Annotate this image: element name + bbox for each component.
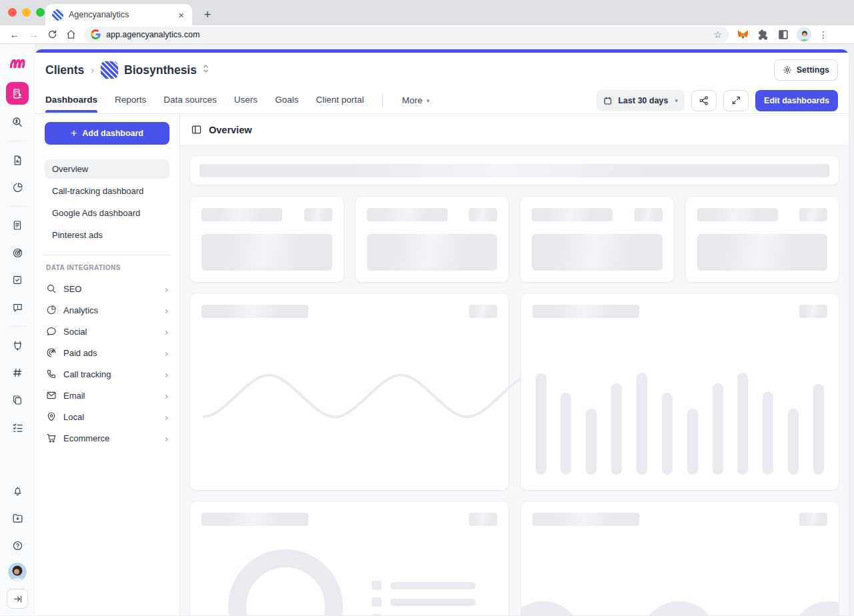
minimize-window-button[interactable] xyxy=(22,8,31,17)
expand-icon xyxy=(731,95,741,105)
map-pin-icon xyxy=(46,411,57,422)
goals-target-nav-icon[interactable] xyxy=(6,243,29,263)
phone-icon xyxy=(46,369,57,379)
rank-tracker-icon[interactable] xyxy=(6,112,29,132)
skeleton-bar xyxy=(713,383,723,475)
tab-dashboards[interactable]: Dashboards xyxy=(45,88,97,113)
collapse-sidebar-icon[interactable] xyxy=(7,589,28,609)
help-question-icon[interactable] xyxy=(6,535,29,555)
settings-button[interactable]: Settings xyxy=(774,59,838,81)
speech-bubble-icon xyxy=(46,326,57,337)
dashboard-item-overview[interactable]: Overview xyxy=(45,159,169,179)
skeleton-bar xyxy=(662,393,673,475)
date-range-picker[interactable]: Last 30 days ▾ xyxy=(596,90,685,111)
tab-close-icon[interactable]: × xyxy=(177,9,185,21)
clients-nav-icon[interactable] xyxy=(6,82,29,105)
integrations-plug-nav-icon[interactable] xyxy=(6,335,29,355)
chevron-right-icon: › xyxy=(165,390,168,401)
tab-reports[interactable]: Reports xyxy=(115,88,146,113)
browser-tab-title: Agencyanalytics xyxy=(69,10,171,19)
integration-analytics[interactable]: Analytics › xyxy=(45,299,169,321)
bookmark-star-icon[interactable]: ☆ xyxy=(713,29,722,40)
stat-widgets-row xyxy=(189,196,839,283)
close-window-button[interactable] xyxy=(8,8,17,17)
user-avatar[interactable] xyxy=(8,563,27,581)
share-icon xyxy=(699,95,709,106)
panel-layout-icon xyxy=(191,124,202,135)
tab-goals[interactable]: Goals xyxy=(275,88,298,113)
rail-divider xyxy=(9,141,26,141)
checklist-nav-icon[interactable] xyxy=(6,417,29,437)
forward-icon[interactable]: → xyxy=(24,27,43,43)
client-nav-row: Dashboards Reports Data sources Users Go… xyxy=(35,87,849,114)
share-button[interactable] xyxy=(691,90,717,111)
skeleton-title xyxy=(532,305,639,318)
tab-more[interactable]: More ▾ xyxy=(402,95,429,105)
refresh-icon[interactable] xyxy=(43,27,61,43)
feedback-bubble-nav-icon[interactable] xyxy=(6,297,29,317)
extensions-puzzle-icon[interactable] xyxy=(757,28,769,41)
integration-paid-ads[interactable]: Paid ads › xyxy=(45,342,169,363)
chevron-right-icon: › xyxy=(165,411,168,423)
skeleton-value xyxy=(799,208,827,221)
donut-chart-skeleton xyxy=(228,549,343,615)
skeleton-bar xyxy=(813,384,824,475)
dashboard-item-call-tracking[interactable]: Call-tracking dashboard xyxy=(45,181,169,201)
notes-nav-icon[interactable] xyxy=(6,215,29,235)
client-switcher-caret-icon[interactable] xyxy=(201,63,210,77)
fullscreen-button[interactable] xyxy=(723,90,749,111)
browser-profile-avatar[interactable] xyxy=(797,27,811,42)
skeleton-value xyxy=(304,208,332,221)
add-dashboard-button[interactable]: + Add dashboard xyxy=(45,122,169,145)
dashboards-panel: + Add dashboard Overview Call-tracking d… xyxy=(35,114,180,615)
dashboard-controls: Last 30 days ▾ Edit dashboards xyxy=(596,90,838,111)
reports-nav-icon[interactable] xyxy=(6,150,29,170)
dashboard-item-google-ads[interactable]: Google Ads dashboard xyxy=(45,203,169,223)
address-bar[interactable]: app.agencyanalytics.com ☆ xyxy=(84,27,729,43)
metamask-fox-icon[interactable] xyxy=(737,28,749,41)
client-name[interactable]: Biosynthesis xyxy=(124,63,197,77)
browser-tab[interactable]: Agencyanalytics × xyxy=(45,4,192,25)
banner-widget xyxy=(189,155,839,185)
copy-pages-nav-icon[interactable] xyxy=(6,390,29,410)
sidebar-extension-icon[interactable] xyxy=(777,28,789,41)
tab-client-portal[interactable]: Client portal xyxy=(316,88,364,113)
integration-call-tracking[interactable]: Call tracking › xyxy=(45,363,169,385)
breadcrumb-clients[interactable]: Clients xyxy=(45,63,84,77)
new-tab-button[interactable]: + xyxy=(199,6,216,23)
stat-widget xyxy=(355,196,510,283)
stat-widget xyxy=(685,196,840,283)
integration-social[interactable]: Social › xyxy=(45,321,169,342)
skeleton-value xyxy=(469,208,497,221)
notifications-bell-icon[interactable] xyxy=(6,481,29,501)
window-controls[interactable] xyxy=(8,8,45,17)
edit-dashboards-button[interactable]: Edit dashboards xyxy=(755,90,838,111)
donut-legend xyxy=(372,581,476,615)
agencyanalytics-favicon-icon xyxy=(52,9,63,21)
skeleton-bar xyxy=(687,409,698,475)
gear-icon xyxy=(783,65,792,75)
integration-email[interactable]: Email › xyxy=(45,385,169,406)
browser-menu-icon[interactable]: ⋮ xyxy=(819,29,828,40)
app-zone: Clients › Biosynthesis Settings Dashboar… xyxy=(0,44,854,615)
home-icon[interactable] xyxy=(61,27,80,43)
tab-users[interactable]: Users xyxy=(234,88,258,113)
analytics-pie-nav-icon[interactable] xyxy=(6,177,29,197)
zoom-window-button[interactable] xyxy=(36,8,45,17)
tabs-divider xyxy=(382,95,383,107)
agencyanalytics-logo-icon[interactable] xyxy=(6,52,29,75)
back-icon[interactable]: ← xyxy=(5,27,24,43)
tasks-checkbox-nav-icon[interactable] xyxy=(6,270,29,290)
chevron-right-icon: › xyxy=(165,326,168,337)
app-window: Clients › Biosynthesis Settings Dashboar… xyxy=(35,49,849,615)
hashtag-nav-icon[interactable] xyxy=(6,363,29,383)
import-folder-icon[interactable] xyxy=(6,508,29,528)
tab-data-sources[interactable]: Data sources xyxy=(163,88,217,113)
chevron-right-icon: › xyxy=(165,305,168,316)
integration-local[interactable]: Local › xyxy=(45,406,169,427)
skeleton-block xyxy=(697,234,828,271)
dashboard-item-pinterest-ads[interactable]: Pinterest ads xyxy=(45,225,169,245)
skeleton-bar xyxy=(199,164,829,177)
integration-ecommerce[interactable]: Ecommerce › xyxy=(45,427,169,449)
integration-seo[interactable]: SEO › xyxy=(45,278,169,299)
